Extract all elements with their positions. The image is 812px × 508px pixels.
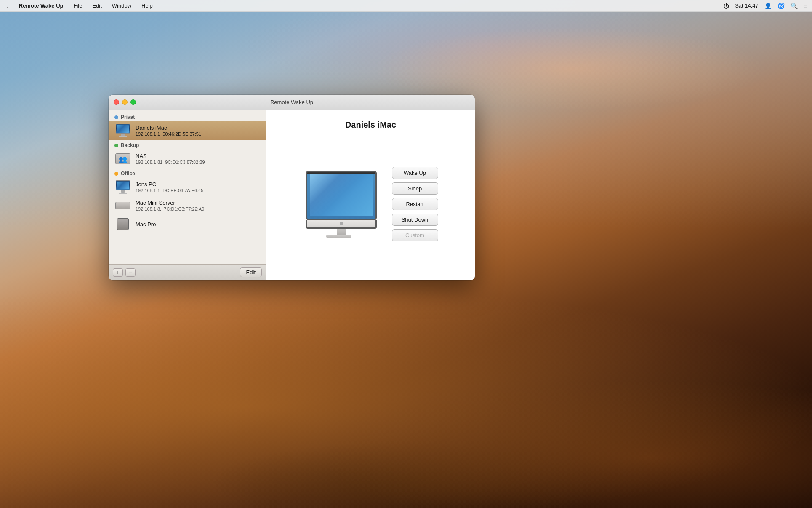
group-header-backup: Backup: [109, 140, 266, 150]
group-dot-office: [114, 172, 118, 176]
jons-pc-base: [119, 193, 127, 194]
device-name-mac-pro: Mac Pro: [136, 221, 156, 227]
sidebar-item-daniels-imac[interactable]: Daniels iMac 192.168.1.1 50:46:2D:5E:37:…: [109, 121, 266, 140]
apple-menu[interactable]: : [5, 2, 11, 10]
group-label-privat: Privat: [121, 114, 135, 120]
imac-screen: [116, 124, 130, 134]
notification-center-icon[interactable]: ≡: [804, 3, 807, 9]
mac-pro-icon-container: [114, 217, 131, 231]
sidebar-toolbar: + − Edit: [109, 264, 266, 280]
group-label-office: Office: [121, 171, 135, 176]
imac-logo: [340, 222, 343, 225]
device-illustration: [304, 171, 379, 238]
imac-large-screen: [306, 171, 377, 220]
device-address-daniels-imac: 192.168.1.1 50:46:2D:5E:37:51: [136, 131, 201, 136]
group-header-office: Office: [109, 168, 266, 178]
file-menu[interactable]: File: [72, 2, 84, 10]
device-address-mac-mini: 192.168.1.8. 7C:D1:C3:F7:22:A9: [136, 206, 204, 211]
device-address-jons-pc: 192.168.1.1 DC:EE:06:7A:E6:45: [136, 188, 203, 193]
sidebar-item-nas[interactable]: 👥 NAS 192.168.1.81 9C:D1:C3:87:82:29: [109, 150, 266, 168]
mac-mini-icon-container: [114, 199, 131, 212]
group-label-backup: Backup: [121, 142, 139, 148]
device-info-mac-mini: Mac Mini Server 192.168.1.8. 7C:D1:C3:F7…: [136, 200, 204, 211]
device-info-mac-pro: Mac Pro: [136, 221, 156, 227]
shut-down-button[interactable]: Shut Down: [392, 214, 438, 226]
imac-large-foot: [326, 235, 351, 238]
action-buttons: Wake Up Sleep Restart Shut Down Custom: [392, 167, 438, 241]
help-menu[interactable]: Help: [140, 2, 154, 10]
app-window: Remote Wake Up Privat: [109, 95, 475, 280]
imac-device-icon: [115, 124, 131, 137]
main-content: Wake Up Sleep Restart Shut Down Custom: [304, 138, 438, 270]
search-icon[interactable]: 🔍: [791, 3, 798, 9]
nas-icon-container: 👥: [114, 152, 131, 166]
sidebar-item-mac-mini[interactable]: Mac Mini Server 192.168.1.8. 7C:D1:C3:F7…: [109, 196, 266, 215]
selected-device-title: Daniels iMac: [345, 120, 396, 130]
menubar-left:  Remote Wake Up File Edit Window Help: [5, 2, 723, 10]
window-body: Privat Daniels iMac: [109, 110, 475, 280]
custom-button[interactable]: Custom: [392, 229, 438, 241]
sleep-button[interactable]: Sleep: [392, 182, 438, 195]
menubar-time: Sat 14:47: [735, 3, 759, 9]
device-info-nas: NAS 192.168.1.81 9C:D1:C3:87:82:29: [136, 153, 205, 165]
device-info-jons-pc: Jons PC 192.168.1.1 DC:EE:06:7A:E6:45: [136, 181, 203, 193]
close-button[interactable]: [114, 99, 119, 105]
group-dot-privat: [114, 115, 118, 119]
window-controls: [114, 99, 136, 105]
device-name-nas: NAS: [136, 153, 205, 159]
jons-pc-icon-container: [114, 180, 131, 194]
wake-up-button[interactable]: Wake Up: [392, 167, 438, 179]
group-header-privat: Privat: [109, 112, 266, 121]
device-name-jons-pc: Jons PC: [136, 181, 203, 187]
imac-screen-inner: [117, 125, 129, 133]
maximize-button[interactable]: [130, 99, 136, 105]
imac-large-chin: [306, 220, 377, 229]
device-address-nas: 192.168.1.81 9C:D1:C3:87:82:29: [136, 160, 205, 165]
window-menu[interactable]: Window: [110, 2, 133, 10]
window-titlebar: Remote Wake Up: [109, 95, 475, 110]
nas-people-icon: 👥: [119, 155, 127, 163]
remove-device-button[interactable]: −: [125, 268, 136, 277]
sidebar: Privat Daniels iMac: [109, 110, 266, 280]
mac-mini-device-icon: [115, 202, 130, 209]
menubar:  Remote Wake Up File Edit Window Help ⏻…: [0, 0, 812, 12]
app-name-menu[interactable]: Remote Wake Up: [17, 2, 65, 10]
nas-device-icon: 👥: [115, 153, 130, 164]
edit-menu[interactable]: Edit: [91, 2, 103, 10]
mac-pro-device-icon: [117, 218, 129, 230]
add-device-button[interactable]: +: [113, 268, 123, 277]
people-glyph: 👥: [119, 155, 127, 163]
device-name-daniels-imac: Daniels iMac: [136, 125, 201, 131]
device-info-daniels-imac: Daniels iMac 192.168.1.1 50:46:2D:5E:37:…: [136, 125, 201, 136]
edit-button[interactable]: Edit: [240, 267, 262, 277]
imac-large-screen-inner: [310, 174, 373, 216]
jons-pc-screen: [116, 180, 130, 190]
imac-icon-container: [114, 124, 131, 137]
jons-pc-screen-inner: [117, 182, 129, 189]
power-icon[interactable]: ⏻: [723, 3, 729, 9]
window-title: Remote Wake Up: [270, 99, 313, 105]
minimize-button[interactable]: [122, 99, 128, 105]
user-icon[interactable]: 👤: [764, 3, 772, 9]
siri-icon[interactable]: 🌀: [777, 3, 785, 9]
restart-button[interactable]: Restart: [392, 198, 438, 210]
imac-base: [119, 136, 127, 137]
sidebar-item-mac-pro[interactable]: Mac Pro: [109, 215, 266, 233]
group-dot-backup: [114, 144, 118, 147]
jons-pc-device-icon: [115, 180, 131, 194]
sidebar-item-jons-pc[interactable]: Jons PC 192.168.1.1 DC:EE:06:7A:E6:45: [109, 178, 266, 196]
device-name-mac-mini: Mac Mini Server: [136, 200, 204, 206]
menubar-right: ⏻ Sat 14:47 👤 🌀 🔍 ≡: [723, 3, 807, 9]
main-panel: Daniels iMac Wake Up Sleep: [266, 110, 475, 280]
sidebar-list: Privat Daniels iMac: [109, 110, 266, 264]
